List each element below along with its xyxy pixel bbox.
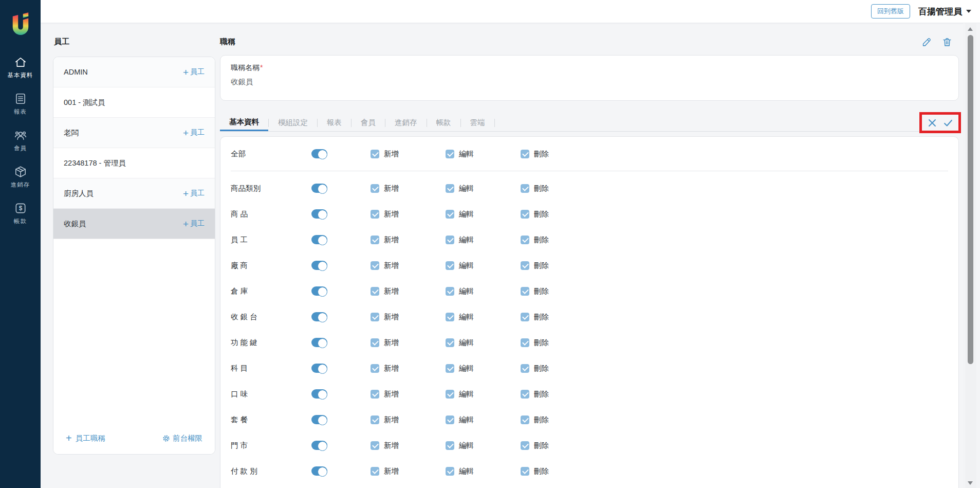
vertical-scrollbar[interactable] <box>963 23 980 488</box>
sidebar-item-members[interactable]: 會員 <box>14 129 27 152</box>
checkbox-delete[interactable]: 刪除 <box>521 184 948 193</box>
checkbox-delete[interactable]: 刪除 <box>521 261 948 270</box>
checkbox-edit[interactable]: 編輯 <box>446 184 521 193</box>
edit-button[interactable] <box>921 37 932 48</box>
checkbox-edit[interactable]: 編輯 <box>446 261 521 270</box>
tab-basic-data[interactable]: 基本資料 <box>220 114 268 131</box>
pencil-icon <box>921 37 932 48</box>
enable-toggle[interactable] <box>311 441 327 450</box>
enable-toggle[interactable] <box>311 209 327 219</box>
enable-toggle[interactable] <box>311 261 327 270</box>
checkbox-add[interactable]: 新增 <box>371 261 446 270</box>
enable-toggle[interactable] <box>311 415 327 424</box>
scrollbar-thumb[interactable] <box>968 35 973 364</box>
checkbox-delete[interactable]: 刪除 <box>521 441 948 450</box>
add-job-title-button[interactable]: + 員工職稱 <box>66 433 105 443</box>
confirm-button[interactable] <box>942 117 954 129</box>
add-employee-button[interactable]: + 員工 <box>183 128 205 138</box>
enable-toggle[interactable] <box>311 364 327 373</box>
scroll-down-arrow[interactable] <box>968 481 973 485</box>
checkbox-icon <box>521 287 529 296</box>
job-title-row-admin[interactable]: ADMIN + 員工 <box>53 57 215 87</box>
checkbox-edit[interactable]: 編輯 <box>446 312 521 322</box>
add-employee-label: 員工 <box>190 219 205 228</box>
checkbox-add[interactable]: 新增 <box>371 338 446 348</box>
checkbox-add[interactable]: 新增 <box>371 312 446 322</box>
checkbox-edit[interactable]: 編輯 <box>446 149 521 159</box>
employee-row[interactable]: 22348178 - 管理員 <box>53 148 215 178</box>
front-permission-button[interactable]: 前台權限 <box>162 433 202 443</box>
checkbox-add[interactable]: 新增 <box>371 286 446 296</box>
enable-toggle[interactable] <box>311 235 327 244</box>
tab-inventory[interactable]: 進銷存 <box>385 114 427 131</box>
back-to-old-version-button[interactable]: 回到舊版 <box>871 4 910 19</box>
app-logo[interactable] <box>10 12 31 37</box>
checkbox-delete[interactable]: 刪除 <box>521 209 948 219</box>
app-root: 基本資料 報表 會員 進銷存 <box>0 0 980 488</box>
checkbox-add[interactable]: 新增 <box>371 149 446 159</box>
checkbox-add[interactable]: 新增 <box>371 415 446 425</box>
checkbox-edit[interactable]: 編輯 <box>446 209 521 219</box>
red-highlight-annotation <box>919 112 961 133</box>
checkbox-edit[interactable]: 編輯 <box>446 389 521 399</box>
enable-toggle[interactable] <box>311 338 327 347</box>
checkbox-icon <box>521 390 529 399</box>
checkbox-icon <box>446 261 454 270</box>
checkbox-delete[interactable]: 刪除 <box>521 338 948 348</box>
checkbox-delete[interactable]: 刪除 <box>521 389 948 399</box>
cancel-button[interactable] <box>927 117 938 129</box>
add-employee-button[interactable]: + 員工 <box>183 67 205 77</box>
sidebar-item-basic-data[interactable]: 基本資料 <box>8 56 33 79</box>
tab-accounts[interactable]: 帳款 <box>427 114 460 131</box>
employee-row[interactable]: 001 - 測試員 <box>53 87 215 118</box>
checkbox-add[interactable]: 新增 <box>371 184 446 193</box>
sidebar-item-reports[interactable]: 報表 <box>14 92 27 116</box>
tab-cloud[interactable]: 雲端 <box>461 114 494 131</box>
checkbox-add[interactable]: 新增 <box>371 466 446 476</box>
checkbox-add[interactable]: 新增 <box>371 389 446 399</box>
checkbox-delete[interactable]: 刪除 <box>521 364 948 373</box>
job-title-name-value[interactable]: 收銀員 <box>231 77 948 87</box>
checkbox-add[interactable]: 新增 <box>371 441 446 450</box>
tab-members[interactable]: 會員 <box>352 114 385 131</box>
add-employee-button[interactable]: + 員工 <box>183 219 205 229</box>
tab-module-settings[interactable]: 模組設定 <box>269 114 317 131</box>
tab-reports[interactable]: 報表 <box>318 114 351 131</box>
enable-toggle[interactable] <box>311 149 327 158</box>
checkbox-add[interactable]: 新增 <box>371 364 446 373</box>
enable-toggle[interactable] <box>311 466 327 476</box>
checkbox-icon <box>521 184 529 193</box>
job-title-row-cashier-selected[interactable]: 收銀員 + 員工 <box>53 209 215 239</box>
checkbox-label: 新增 <box>384 338 399 348</box>
sidebar-item-accounts[interactable]: $ 帳款 <box>14 202 27 225</box>
checkbox-edit[interactable]: 編輯 <box>446 364 521 373</box>
enable-toggle[interactable] <box>311 312 327 321</box>
checkbox-delete[interactable]: 刪除 <box>521 235 948 245</box>
delete-button[interactable] <box>941 37 953 48</box>
enable-toggle[interactable] <box>311 184 327 193</box>
job-title-name-label: 職稱名稱* <box>231 63 948 73</box>
checkbox-edit[interactable]: 編輯 <box>446 466 521 476</box>
checkbox-edit[interactable]: 編輯 <box>446 415 521 425</box>
enable-toggle[interactable] <box>311 286 327 296</box>
checkbox-add[interactable]: 新增 <box>371 235 446 245</box>
job-title-row-kitchen[interactable]: 廚房人員 + 員工 <box>53 178 215 209</box>
add-employee-button[interactable]: + 員工 <box>183 189 205 198</box>
checkbox-delete[interactable]: 刪除 <box>521 466 948 476</box>
checkbox-delete[interactable]: 刪除 <box>521 415 948 425</box>
enable-toggle[interactable] <box>311 389 327 399</box>
checkbox-delete[interactable]: 刪除 <box>521 312 948 322</box>
checkbox-delete[interactable]: 刪除 <box>521 286 948 296</box>
tab-bar: 基本資料 模組設定 報表 會員 進銷存 帳款 雲端 <box>220 114 959 132</box>
checkbox-delete[interactable]: 刪除 <box>521 149 948 159</box>
checkbox-edit[interactable]: 編輯 <box>446 441 521 450</box>
checkbox-edit[interactable]: 編輯 <box>446 286 521 296</box>
checkbox-add[interactable]: 新增 <box>371 209 446 219</box>
user-menu[interactable]: 百揚管理員 <box>918 6 971 17</box>
scroll-up-arrow[interactable] <box>968 27 973 31</box>
checkbox-edit[interactable]: 編輯 <box>446 235 521 245</box>
checkbox-edit[interactable]: 編輯 <box>446 338 521 348</box>
checkbox-icon <box>371 150 379 158</box>
sidebar-item-inventory[interactable]: 進銷存 <box>11 165 30 189</box>
job-title-row-boss[interactable]: 老闆 + 員工 <box>53 118 215 148</box>
